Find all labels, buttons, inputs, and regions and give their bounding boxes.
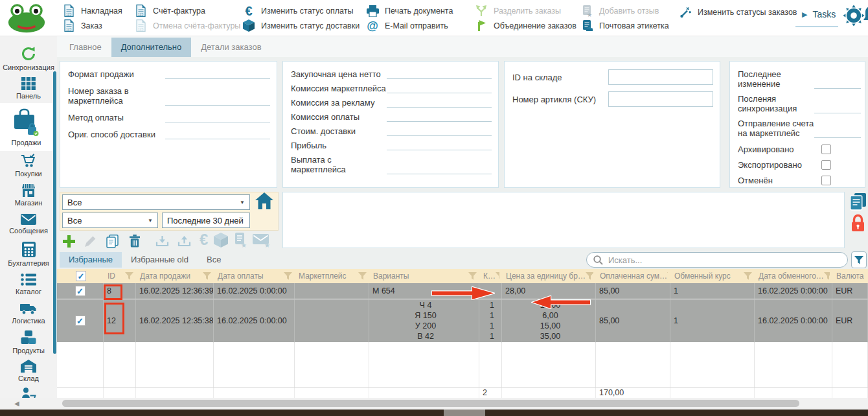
table-filter-button[interactable] [851, 251, 867, 268]
toolbar-print-document[interactable]: Печать документа [366, 5, 453, 17]
toolbar-shipping-label[interactable]: Почтовая этикетка [580, 19, 669, 32]
sku-input[interactable] [608, 91, 713, 107]
tasks-button[interactable]: ▶ Tasks [802, 9, 836, 19]
column-header-variants[interactable]: Варианты [369, 269, 479, 283]
scrollbar-thumb[interactable] [62, 400, 799, 407]
filter-funnel-icon[interactable] [586, 272, 593, 280]
toolbar-change-payment-status[interactable]: € Изменить статус оплаты [242, 5, 360, 17]
invoice-to-marketplace-input[interactable] [814, 129, 861, 138]
list-tab-all[interactable]: Все [198, 252, 230, 268]
search-input[interactable] [608, 255, 841, 265]
column-header-id[interactable]: ID [104, 269, 136, 283]
delivery-cost-input[interactable] [387, 127, 492, 136]
archived-checkbox[interactable] [821, 144, 831, 154]
column-header-unit-price[interactable]: Цена за единицу бр… [502, 269, 596, 283]
column-header-sale-date[interactable]: Дата продажи [136, 269, 214, 283]
filter-funnel-icon[interactable] [284, 272, 292, 280]
filter-funnel-icon[interactable] [203, 272, 211, 280]
toolbar-change-delivery-status[interactable]: Изменить статус доставки [242, 19, 360, 32]
chevron-down-icon: ▼ [148, 218, 153, 224]
warehouse-id-input[interactable] [608, 69, 713, 85]
sidebar-item-sales[interactable]: Продажи [0, 103, 52, 151]
filter-funnel-icon[interactable] [744, 272, 752, 280]
import-button[interactable] [154, 233, 170, 249]
purchase-price-net-input[interactable] [387, 70, 492, 79]
export-button[interactable] [176, 233, 192, 249]
last-sync-input[interactable] [814, 104, 861, 113]
marketplace-payout-input[interactable] [387, 165, 492, 174]
filter-funnel-icon[interactable] [496, 272, 499, 280]
filter-funnel-icon[interactable] [358, 272, 367, 280]
tab-order-details[interactable]: Детали заказов [191, 38, 271, 57]
column-header-marketplace[interactable]: Маркетплейс [295, 269, 369, 283]
field-label: Закупочная цена нетто [291, 69, 381, 79]
table-row[interactable]: 12 16.02.2025 12:35:38 16.02.2025 0:00:0… [57, 299, 868, 343]
toolbar-change-order-statuses[interactable]: Изменить статусы заказов [679, 6, 797, 18]
row-checkbox[interactable] [75, 316, 86, 326]
column-header-payment-date[interactable]: Дата оплаты [214, 269, 295, 283]
tab-additional[interactable]: Дополнительно [111, 38, 192, 57]
sidebar-item-logistics[interactable]: Логистика [0, 299, 57, 328]
sidebar-item-products[interactable]: Продукты [0, 328, 57, 357]
toolbar-item-label: Разделить заказы [494, 6, 561, 16]
sale-format-input[interactable] [165, 70, 270, 79]
copy-notes-icon[interactable] [850, 193, 866, 211]
profit-input[interactable] [387, 141, 492, 150]
marketplace-commission-input[interactable] [387, 84, 492, 93]
filter-funnel-icon[interactable] [125, 272, 133, 280]
products-boxes-icon [21, 330, 36, 345]
home-button[interactable] [255, 192, 273, 209]
lock-icon[interactable] [851, 214, 865, 232]
toolbar-merge-orders[interactable]: Объединение заказов [475, 19, 577, 32]
toolbar-invoice[interactable]: 123 Счёт-фактура [134, 5, 240, 17]
cancelled-checkbox[interactable] [821, 176, 831, 185]
filter-funnel-icon[interactable] [468, 272, 477, 280]
sidebar-item-sync[interactable]: Синхронизация [0, 43, 57, 74]
filter-funnel-icon[interactable] [824, 272, 830, 280]
toolbar-send-email[interactable]: @ E-Mail отправить [366, 19, 453, 32]
toolbar-order[interactable]: 123 Заказ [62, 19, 122, 32]
sidebar-item-accounting[interactable]: Бухгалтерия [0, 238, 57, 270]
add-button[interactable] [61, 233, 76, 249]
sidebar-item-purchases[interactable]: Покупки [0, 151, 57, 180]
original-delivery-method-input[interactable] [165, 130, 270, 139]
delete-trash-button[interactable] [127, 233, 143, 249]
footer-scrollbar-thumb[interactable] [444, 410, 485, 416]
column-header-qty[interactable]: К… [479, 269, 502, 283]
tab-main[interactable]: Главное [60, 38, 111, 57]
notifications-bell-icon[interactable] [863, 5, 868, 25]
toolbar-waybill[interactable]: 123 Накладная [62, 5, 122, 17]
ad-commission-input[interactable] [387, 98, 492, 108]
payment-status-disabled-icon: € [200, 232, 208, 248]
payment-commission-input[interactable] [387, 113, 492, 122]
select-all-checkbox[interactable] [76, 271, 86, 281]
list-tab-favorites[interactable]: Избранные [60, 252, 122, 268]
column-header-paid-sum[interactable]: Оплаченная сум… [596, 269, 670, 283]
column-header-currency[interactable]: Валюта [832, 269, 868, 283]
horizontal-scrollbar[interactable]: ◀ [0, 398, 868, 410]
marketplace-filter-select[interactable]: Все▼ [62, 194, 250, 210]
sidebar-scrollbar[interactable] [53, 71, 56, 354]
filter-funnel-icon[interactable] [667, 272, 668, 280]
sidebar-item-dashboard[interactable]: Панель [0, 74, 57, 103]
panel-finance: Закупочная цена нетто Комиссия маркетпле… [282, 61, 499, 188]
column-header-exchange-rate[interactable]: Обменный курс [670, 269, 755, 283]
settings-gear-icon[interactable] [842, 4, 865, 27]
sidebar-item-catalog[interactable]: Каталог [0, 270, 57, 299]
sidebar-item-shop[interactable]: Магазин [0, 180, 57, 209]
sidebar-item-messages[interactable]: Сообщения [0, 209, 57, 238]
scroll-left-arrow-icon[interactable]: ◀ [14, 400, 19, 407]
order-notes-area[interactable] [282, 192, 845, 248]
exported-checkbox[interactable] [821, 160, 831, 170]
list-tab-favorites-old[interactable]: Избранные old [122, 252, 198, 268]
sidebar-item-warehouse[interactable]: Склад [0, 357, 57, 385]
marketplace-order-number-input[interactable] [165, 97, 270, 106]
status-filter-select[interactable]: Все▼ [62, 213, 158, 228]
period-value: Последние 30 дней [167, 216, 244, 225]
last-change-input[interactable] [814, 80, 861, 89]
period-input[interactable]: Последние 30 дней [162, 213, 250, 228]
column-header-exchange-date[interactable]: Дата обменного… [755, 269, 832, 283]
row-checkbox[interactable] [75, 286, 86, 296]
payment-method-input[interactable] [165, 113, 270, 122]
copy-document-button[interactable] [105, 233, 120, 249]
